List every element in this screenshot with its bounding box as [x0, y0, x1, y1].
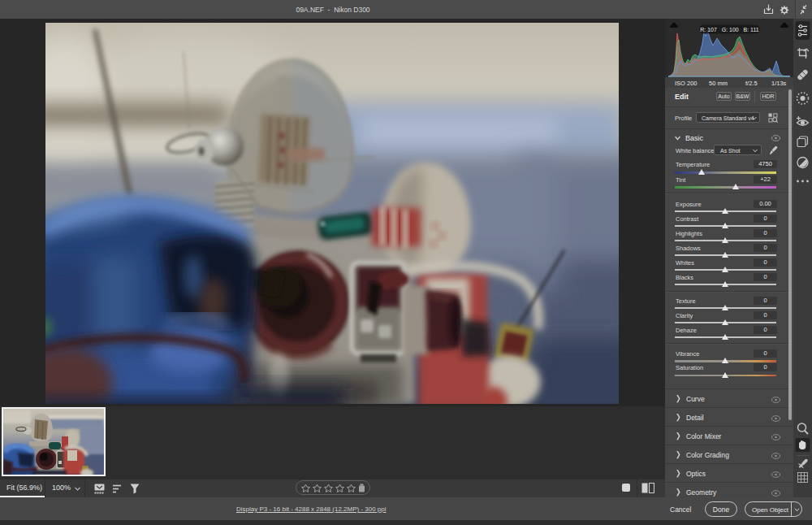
svg-text:R: 107 G: 100 B: 111: R: 107 G: 100 B: 111	[700, 27, 759, 33]
